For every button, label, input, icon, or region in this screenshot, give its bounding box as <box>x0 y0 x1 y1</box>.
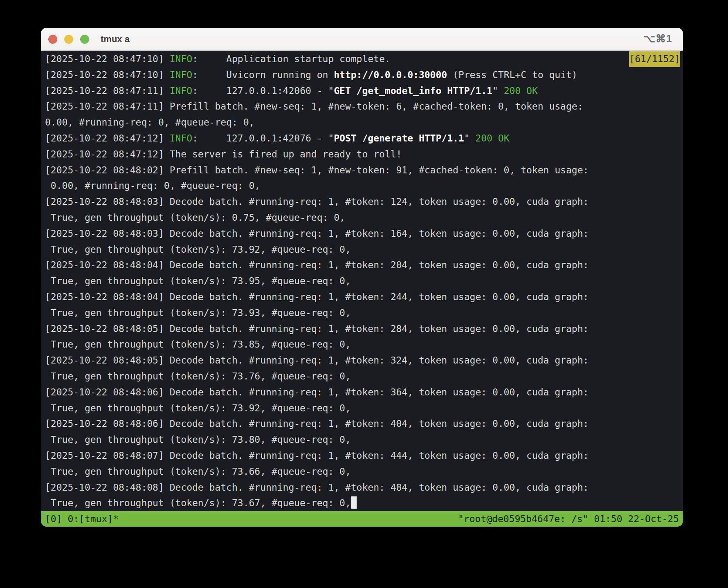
zoom-button[interactable] <box>80 35 89 44</box>
log-line-text: [2025-10-22 08:47:12] INFO: 127.0.0.1:42… <box>45 133 510 144</box>
window-titlebar[interactable]: tmux a ⌥⌘1 <box>41 28 683 51</box>
log-line-text: True, gen throughput (token/s): 73.95, #… <box>45 276 351 286</box>
log-line: True, gen throughput (token/s): 73.92, #… <box>45 242 680 258</box>
log-line: True, gen throughput (token/s): 73.67, #… <box>45 495 680 511</box>
log-line-text: [2025-10-22 08:48:05] Decode batch. #run… <box>45 355 589 366</box>
window-title: tmux a <box>101 34 130 45</box>
log-line-text: [2025-10-22 08:48:03] Decode batch. #run… <box>45 228 589 239</box>
scroll-position-badge: [61/1152] <box>629 51 680 67</box>
log-line: [2025-10-22 08:48:04] Decode batch. #run… <box>45 289 680 305</box>
log-line: True, gen throughput (token/s): 73.95, #… <box>45 273 680 289</box>
log-line-text: [2025-10-22 08:48:08] Decode batch. #run… <box>45 482 589 493</box>
keyboard-shortcut-indicator: ⌥⌘1 <box>643 33 672 45</box>
traffic-lights <box>48 35 89 44</box>
log-line-text: [2025-10-22 08:48:04] Decode batch. #run… <box>45 260 589 270</box>
log-line: [2025-10-22 08:48:02] Prefill batch. #ne… <box>45 162 680 178</box>
log-line: True, gen throughput (token/s): 73.76, #… <box>45 368 680 384</box>
log-line: True, gen throughput (token/s): 73.85, #… <box>45 337 680 352</box>
log-line-text: True, gen throughput (token/s): 0.75, #q… <box>45 212 345 223</box>
log-line-text: [2025-10-22 08:47:11] INFO: 127.0.0.1:42… <box>45 85 538 96</box>
log-line-text: [2025-10-22 08:47:10] INFO: Application … <box>45 51 391 67</box>
log-line-text: [2025-10-22 08:47:12] The server is fire… <box>45 149 402 159</box>
terminal-window: tmux a ⌥⌘1 [2025-10-22 08:47:10] INFO: A… <box>41 28 683 527</box>
log-line-text: True, gen throughput (token/s): 73.93, #… <box>45 307 351 318</box>
log-line-text: True, gen throughput (token/s): 73.80, #… <box>45 434 351 445</box>
log-line: [2025-10-22 08:47:11] INFO: 127.0.0.1:42… <box>45 83 680 99</box>
log-line: True, gen throughput (token/s): 73.80, #… <box>45 432 680 448</box>
log-line-text: [2025-10-22 08:48:06] Decode batch. #run… <box>45 418 589 429</box>
log-line-text: True, gen throughput (token/s): 73.92, #… <box>45 403 351 413</box>
log-line: [2025-10-22 08:47:12] The server is fire… <box>45 146 680 162</box>
tmux-host-clock-label: "root@de0595b4647e: /s" 01:50 22-Oct-25 <box>458 514 679 524</box>
log-line: [2025-10-22 08:47:12] INFO: 127.0.0.1:42… <box>45 130 680 146</box>
log-line: [2025-10-22 08:48:05] Decode batch. #run… <box>45 321 680 337</box>
tmux-status-bar: [0] 0:[tmux]* "root@de0595b4647e: /s" 01… <box>41 511 683 527</box>
log-line-text: 0.00, #running-req: 0, #queue-req: 0, <box>45 180 260 191</box>
log-line: [2025-10-22 08:48:08] Decode batch. #run… <box>45 480 680 496</box>
log-line-text: [2025-10-22 08:47:10] INFO: Uvicorn runn… <box>45 70 577 80</box>
log-line: [2025-10-22 08:47:11] Prefill batch. #ne… <box>45 99 680 114</box>
log-line-text: [2025-10-22 08:48:02] Prefill batch. #ne… <box>45 165 589 175</box>
log-line: [2025-10-22 08:48:05] Decode batch. #run… <box>45 352 680 368</box>
log-line-text: 0.00, #running-req: 0, #queue-req: 0, <box>45 117 254 128</box>
log-line: [2025-10-22 08:48:03] Decode batch. #run… <box>45 194 680 210</box>
log-line-text: [2025-10-22 08:47:11] Prefill batch. #ne… <box>45 101 583 112</box>
log-line: True, gen throughput (token/s): 73.93, #… <box>45 305 680 321</box>
log-line: [2025-10-22 08:47:10] INFO: Uvicorn runn… <box>45 67 680 83</box>
log-line: [2025-10-22 08:48:06] Decode batch. #run… <box>45 384 680 400</box>
log-line-text: True, gen throughput (token/s): 73.85, #… <box>45 339 351 350</box>
tmux-session-window-label: [0] 0:[tmux]* <box>45 514 119 524</box>
terminal-output[interactable]: [2025-10-22 08:47:10] INFO: Application … <box>41 51 683 511</box>
log-line: True, gen throughput (token/s): 73.66, #… <box>45 464 680 480</box>
log-line: [2025-10-22 08:48:03] Decode batch. #run… <box>45 226 680 242</box>
log-line-text: [2025-10-22 08:48:03] Decode batch. #run… <box>45 196 589 207</box>
log-line-text: True, gen throughput (token/s): 73.92, #… <box>45 244 351 255</box>
log-line-text: [2025-10-22 08:48:05] Decode batch. #run… <box>45 323 589 334</box>
log-line-text: [2025-10-22 08:48:07] Decode batch. #run… <box>45 450 589 461</box>
log-line-text: [2025-10-22 08:48:06] Decode batch. #run… <box>45 387 589 397</box>
log-line: [2025-10-22 08:47:10] INFO: Application … <box>45 51 680 67</box>
minimize-button[interactable] <box>64 35 73 44</box>
log-line: 0.00, #running-req: 0, #queue-req: 0, <box>45 178 680 194</box>
close-button[interactable] <box>48 35 57 44</box>
log-line: 0.00, #running-req: 0, #queue-req: 0, <box>45 114 680 130</box>
log-line: [2025-10-22 08:48:06] Decode batch. #run… <box>45 416 680 432</box>
log-line-text: True, gen throughput (token/s): 73.66, #… <box>45 466 351 477</box>
log-line: True, gen throughput (token/s): 0.75, #q… <box>45 210 680 226</box>
log-line: [2025-10-22 08:48:07] Decode batch. #run… <box>45 448 680 464</box>
log-line-text: True, gen throughput (token/s): 73.76, #… <box>45 371 351 382</box>
terminal-cursor <box>351 496 357 509</box>
log-line-text: [2025-10-22 08:48:04] Decode batch. #run… <box>45 292 589 302</box>
log-line: True, gen throughput (token/s): 73.92, #… <box>45 400 680 416</box>
log-line: [2025-10-22 08:48:04] Decode batch. #run… <box>45 257 680 273</box>
log-line-text: True, gen throughput (token/s): 73.67, #… <box>45 498 357 508</box>
